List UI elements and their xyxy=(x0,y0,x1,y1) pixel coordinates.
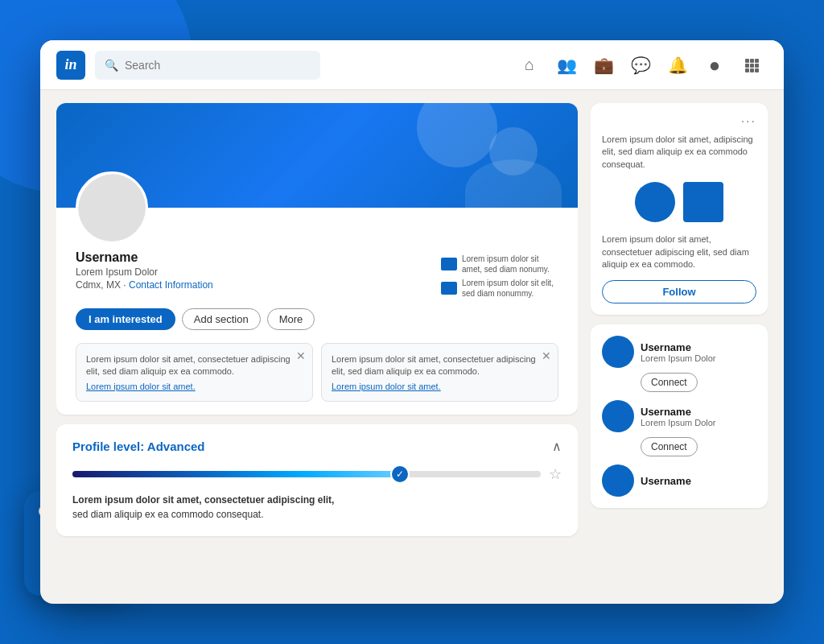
add-section-button[interactable]: Add section xyxy=(182,308,261,330)
nav-bell-btn[interactable]: 🔔 xyxy=(661,49,694,81)
profile-actions: I am interested Add section More xyxy=(56,299,578,343)
nav-people-btn[interactable]: 👥 xyxy=(550,49,583,81)
svg-rect-0 xyxy=(745,59,749,63)
connect-btn-row-2: Connect xyxy=(602,437,756,456)
progress-checkmark: ✓ xyxy=(390,464,410,484)
svg-rect-4 xyxy=(750,64,754,68)
profile-level-header: Profile level: Advanced ∧ xyxy=(72,439,562,454)
people-card: Username Lorem Ipsum Dolor Connect Usern… xyxy=(591,324,768,508)
nav-logo[interactable]: in xyxy=(56,51,85,80)
person-row-2: Username Lorem Ipsum Dolor xyxy=(602,400,756,432)
avatar-placeholder-icon xyxy=(78,174,148,244)
person-entry-2: Username Lorem Ipsum Dolor Connect xyxy=(602,400,756,456)
avatar-icon: ● xyxy=(709,54,721,76)
profile-info-left: Username Lorem Ipsum Dolor Cdmx, MX · Co… xyxy=(76,250,213,291)
person-avatar-3 xyxy=(602,464,634,497)
profile-info-row: Username Lorem Ipsum Dolor Cdmx, MX · Co… xyxy=(56,244,578,299)
search-input[interactable] xyxy=(125,59,311,72)
profile-level-title: Profile level: Advanced xyxy=(72,440,205,453)
person-name-2: Username xyxy=(641,406,756,418)
profile-avatar-container xyxy=(76,171,578,244)
svg-rect-2 xyxy=(755,59,759,63)
nav-home-btn[interactable]: ⌂ xyxy=(513,49,546,81)
connect-button-2[interactable]: Connect xyxy=(641,437,698,456)
profile-card: Username Lorem Ipsum Dolor Cdmx, MX · Co… xyxy=(56,103,578,415)
notif-link-1[interactable]: Lorem ipsum dolor sit amet. xyxy=(86,382,303,391)
card-header-1: ··· xyxy=(602,114,756,129)
person-avatar-2 xyxy=(602,400,634,432)
profile-stat-2: Lorem ipsum dolor sit elit, sed diam non… xyxy=(441,278,558,299)
stat-text-1: Lorem ipsum dolor sit amet, sed diam non… xyxy=(462,254,558,275)
profile-info-right: Lorem ipsum dolor sit amet, sed diam non… xyxy=(441,250,558,299)
profile-stat-1: Lorem ipsum dolor sit amet, sed diam non… xyxy=(441,254,558,275)
nav-message-btn[interactable]: 💬 xyxy=(624,49,657,81)
progress-bar-track: ✓ xyxy=(72,471,541,477)
sidebar-card-text-1: Lorem ipsum dolor sit amet, adipiscing e… xyxy=(602,134,756,171)
notification-row: ✕ Lorem ipsum dolor sit amet, consectetu… xyxy=(56,343,578,415)
briefcase-icon: 💼 xyxy=(594,56,614,75)
search-icon: 🔍 xyxy=(105,59,118,72)
browser-window: in 🔍 ⌂ 👥 💼 💬 🔔 ● xyxy=(40,40,784,604)
stat-box-2 xyxy=(441,282,457,295)
chevron-up-icon[interactable]: ∧ xyxy=(552,439,562,454)
follow-card: ··· Lorem ipsum dolor sit amet, adipisci… xyxy=(591,103,768,315)
person-row-1: Username Lorem Ipsum Dolor xyxy=(602,336,756,368)
search-bar[interactable]: 🔍 xyxy=(95,51,320,80)
profile-name: Username xyxy=(76,250,213,265)
connect-button-1[interactable]: Connect xyxy=(641,373,698,392)
message-icon: 💬 xyxy=(631,56,651,75)
level-label: Profile level: xyxy=(72,440,144,453)
nav-avatar-btn[interactable]: ● xyxy=(698,49,731,81)
three-dots-icon[interactable]: ··· xyxy=(741,114,756,129)
person-role-2: Lorem Ipsum Dolor xyxy=(641,418,756,427)
level-desc-bold: Lorem ipsum dolor sit amet, consectetuer… xyxy=(72,494,334,506)
nav-icons: ⌂ 👥 💼 💬 🔔 ● xyxy=(513,49,768,81)
notif-text-2: Lorem ipsum dolor sit amet, consectetuer… xyxy=(332,353,548,378)
main-content: Username Lorem Ipsum Dolor Cdmx, MX · Co… xyxy=(40,90,784,604)
sidebar-shapes xyxy=(602,182,756,222)
person-entry-3: Username xyxy=(602,464,756,497)
person-info-1: Username Lorem Ipsum Dolor xyxy=(641,341,756,363)
svg-rect-1 xyxy=(750,59,754,63)
navbar: in 🔍 ⌂ 👥 💼 💬 🔔 ● xyxy=(40,40,784,90)
person-name-1: Username xyxy=(641,341,756,353)
connect-btn-row-1: Connect xyxy=(602,373,756,392)
svg-rect-7 xyxy=(750,68,754,72)
star-icon[interactable]: ☆ xyxy=(549,465,562,483)
svg-rect-3 xyxy=(745,64,749,68)
follow-button[interactable]: Follow xyxy=(602,280,756,303)
close-icon-1[interactable]: ✕ xyxy=(296,350,306,361)
progress-bar-fill: ✓ xyxy=(72,471,400,477)
profile-level-desc: Lorem ipsum dolor sit amet, consectetuer… xyxy=(72,493,562,522)
avatar xyxy=(76,171,148,244)
people-icon: 👥 xyxy=(557,56,577,75)
profile-location: Cdmx, MX · Contact Information xyxy=(76,279,213,291)
level-desc-regular: sed diam aliquip ex ea commodo consequat… xyxy=(72,509,263,520)
nav-grid-btn[interactable] xyxy=(735,49,768,81)
stat-text-2: Lorem ipsum dolor sit elit, sed diam non… xyxy=(462,278,558,299)
level-value: Advanced xyxy=(147,440,205,453)
profile-subtitle: Lorem Ipsum Dolor xyxy=(76,266,213,278)
close-icon-2[interactable]: ✕ xyxy=(542,350,551,361)
person-entry-1: Username Lorem Ipsum Dolor Connect xyxy=(602,336,756,392)
stat-box-1 xyxy=(441,258,457,270)
home-icon: ⌂ xyxy=(525,56,534,74)
svg-point-9 xyxy=(78,174,148,244)
sidebar-follow-text: Lorem ipsum dolor sit amet, consectetuer… xyxy=(602,233,756,270)
shape-square xyxy=(683,182,723,222)
more-button[interactable]: More xyxy=(267,308,315,330)
nav-briefcase-btn[interactable]: 💼 xyxy=(587,49,620,81)
svg-rect-6 xyxy=(745,68,749,72)
person-name-3: Username xyxy=(641,475,756,487)
notification-card-1: ✕ Lorem ipsum dolor sit amet, consectetu… xyxy=(76,343,313,402)
shape-circle xyxy=(635,182,675,222)
notif-link-2[interactable]: Lorem ipsum dolor sit amet. xyxy=(332,382,548,391)
contact-link[interactable]: Contact Information xyxy=(129,279,213,291)
svg-rect-8 xyxy=(755,68,759,72)
interested-button[interactable]: I am interested xyxy=(76,308,175,330)
notif-text-1: Lorem ipsum dolor sit amet, consectetuer… xyxy=(86,353,303,378)
person-role-1: Lorem Ipsum Dolor xyxy=(641,353,756,363)
profile-level-card: Profile level: Advanced ∧ ✓ ☆ Lorem ipsu… xyxy=(56,424,578,536)
grid-icon xyxy=(744,57,760,73)
progress-bar-container: ✓ ☆ xyxy=(72,465,562,483)
